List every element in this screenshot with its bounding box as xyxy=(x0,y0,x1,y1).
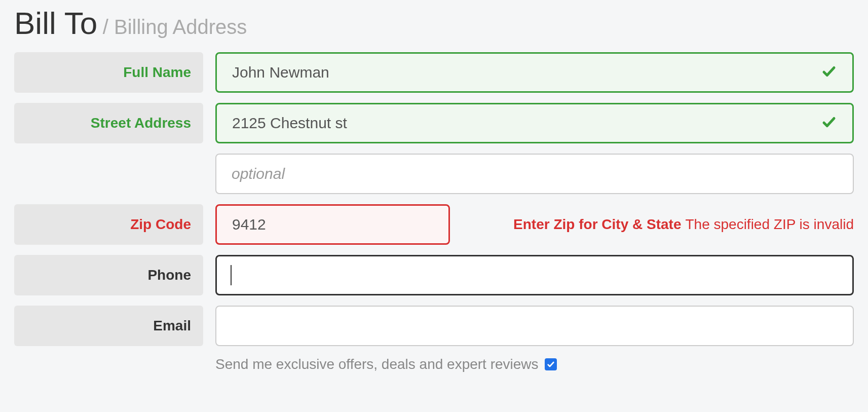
row-email: Email xyxy=(14,306,854,346)
form-heading: Bill To / Billing Address xyxy=(14,5,854,41)
street-address-2-field[interactable] xyxy=(215,154,854,194)
zip-error-message: Enter Zip for City & State The specified… xyxy=(513,216,854,233)
row-phone: Phone xyxy=(14,255,854,295)
zip-hint-prefix: Enter Zip for City & State xyxy=(513,216,681,233)
row-zip-code: Zip Code Enter Zip for City & State The … xyxy=(14,204,854,245)
zip-code-field[interactable] xyxy=(215,204,450,245)
heading-sub: / Billing Address xyxy=(103,16,247,38)
checkmark-icon xyxy=(821,115,837,132)
label-phone: Phone xyxy=(14,255,203,295)
label-email: Email xyxy=(14,306,203,346)
email-field[interactable] xyxy=(215,306,854,346)
street-address-field[interactable] xyxy=(215,103,854,143)
optin-row: Send me exclusive offers, deals and expe… xyxy=(215,353,854,372)
text-cursor xyxy=(231,265,232,285)
row-street-address: Street Address xyxy=(14,103,854,143)
billing-form: Bill To / Billing Address Full Name Stre… xyxy=(0,0,868,372)
row-street-address-2 xyxy=(14,154,854,194)
label-street-address-2-empty xyxy=(14,154,203,194)
phone-field[interactable] xyxy=(215,255,854,295)
label-street-address: Street Address xyxy=(14,103,203,143)
optin-label: Send me exclusive offers, deals and expe… xyxy=(215,356,539,372)
full-name-field[interactable] xyxy=(215,52,854,93)
label-full-name: Full Name xyxy=(14,52,203,93)
checkmark-icon xyxy=(821,64,837,81)
zip-hint-text: The specified ZIP is invalid xyxy=(685,216,854,233)
optin-checkbox[interactable] xyxy=(545,358,557,370)
label-zip-code: Zip Code xyxy=(14,204,203,245)
heading-main: Bill To xyxy=(14,6,97,41)
row-full-name: Full Name xyxy=(14,52,854,93)
